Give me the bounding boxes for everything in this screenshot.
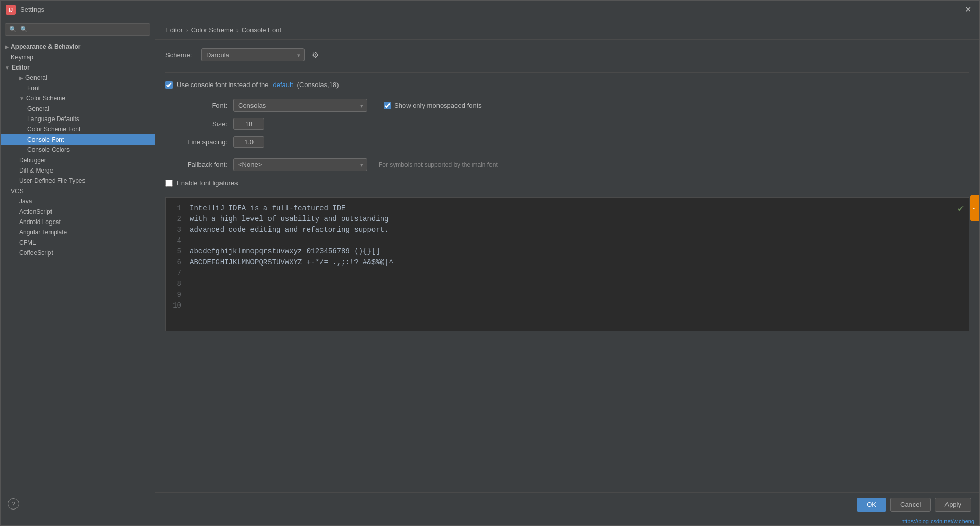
sidebar-item-font[interactable]: Font xyxy=(1,83,155,93)
form-section: Font: Consolas Courier New Monospace Sho… xyxy=(165,99,969,148)
size-input[interactable]: 18 xyxy=(233,118,264,130)
scroll-indicator: ... xyxy=(970,195,979,221)
scheme-select-wrapper: Darcula Default High contrast xyxy=(201,48,305,61)
cancel-button[interactable]: Cancel xyxy=(890,498,931,512)
sidebar-item-general[interactable]: ▶ General xyxy=(1,73,155,83)
line-content: IntelliJ IDEA is a full-featured IDE xyxy=(190,203,345,214)
right-panel: Editor › Color Scheme › Console Font Sch… xyxy=(155,19,979,517)
sidebar-item-coffeescript[interactable]: CoffeeScript xyxy=(1,248,155,258)
sidebar-item-diff-merge[interactable]: Diff & Merge xyxy=(1,165,155,176)
sidebar-item-actionscript[interactable]: ActionScript xyxy=(1,207,155,217)
scheme-label: Scheme: xyxy=(165,51,196,59)
sidebar-item-label: Color Scheme Font xyxy=(27,126,80,133)
use-console-font-checkbox[interactable] xyxy=(165,81,173,89)
ligatures-row: Enable font ligatures xyxy=(165,179,969,187)
search-box: 🔍 xyxy=(5,23,150,36)
arrow-icon: ▶ xyxy=(19,75,23,81)
scheme-select[interactable]: Darcula Default High contrast xyxy=(201,48,305,61)
sidebar-item-label: Language Defaults xyxy=(27,115,79,123)
sidebar-item-color-scheme[interactable]: ▼ Color Scheme xyxy=(1,93,155,104)
sidebar-item-label: ActionScript xyxy=(19,208,52,215)
window-title: Settings xyxy=(20,6,961,13)
preview-line-2: 2 with a high level of usability and out… xyxy=(171,214,964,225)
sidebar-item-label: Appearance & Behavior xyxy=(11,43,80,50)
line-number: 3 xyxy=(171,225,181,235)
scheme-row: Scheme: Darcula Default High contrast ⚙ xyxy=(165,48,969,62)
apply-button[interactable]: Apply xyxy=(935,498,971,512)
preview-area: ✔ 1 IntelliJ IDEA is a full-featured IDE… xyxy=(165,197,969,331)
sidebar-item-label: Console Font xyxy=(27,136,64,143)
sidebar-item-editor[interactable]: ▼ Editor xyxy=(1,62,155,73)
help-button[interactable]: ? xyxy=(8,498,19,510)
fallback-font-select[interactable]: <None> xyxy=(233,158,367,171)
show-mono-label: Show only monospaced fonts xyxy=(394,101,482,109)
ligatures-checkbox[interactable] xyxy=(165,180,173,187)
sidebar-item-debugger[interactable]: Debugger xyxy=(1,155,155,165)
search-input[interactable] xyxy=(20,26,146,33)
sidebar-item-console-font[interactable]: Console Font xyxy=(1,134,155,145)
sidebar-item-vcs[interactable]: VCS xyxy=(1,186,155,196)
sidebar-item-keymap[interactable]: Keymap xyxy=(1,52,155,62)
line-number: 5 xyxy=(171,246,181,257)
sidebar-item-label: General xyxy=(25,74,47,81)
separator xyxy=(165,72,969,73)
size-row: Size: 18 xyxy=(165,118,969,130)
show-mono-checkbox[interactable] xyxy=(384,102,391,109)
sidebar-item-label: Console Colors xyxy=(27,146,70,154)
arrow-icon: ▼ xyxy=(19,96,24,101)
app-icon: IJ xyxy=(6,5,16,15)
preview-line-3: 3 advanced code editing and refactoring … xyxy=(171,225,964,235)
default-link[interactable]: default xyxy=(273,81,293,89)
size-label: Size: xyxy=(165,120,227,128)
show-mono-wrapper: Show only monospaced fonts xyxy=(384,101,482,109)
sidebar-item-user-defined-file-types[interactable]: User-Defined File Types xyxy=(1,176,155,186)
sidebar-item-label: CoffeeScript xyxy=(19,249,53,257)
line-content: ABCDEFGHIJKLMNOPQRSTUVWXYZ +-*/= .,;:!? … xyxy=(190,257,393,268)
arrow-icon: ▶ xyxy=(5,44,9,50)
checkmark-icon: ✔ xyxy=(958,202,964,216)
gear-button[interactable]: ⚙ xyxy=(310,48,321,62)
sidebar-item-cfml[interactable]: CFML xyxy=(1,237,155,248)
status-url: https://blog.csdn.net/w.cheng xyxy=(901,518,974,524)
line-number: 8 xyxy=(171,279,181,290)
font-select[interactable]: Consolas Courier New Monospace xyxy=(233,99,367,112)
sidebar-item-angular-template[interactable]: Angular Template xyxy=(1,227,155,237)
line-number: 6 xyxy=(171,257,181,268)
preview-line-6: 6 ABCDEFGHIJKLMNOPQRSTUVWXYZ +-*/= .,;:!… xyxy=(171,257,964,268)
line-spacing-input[interactable]: 1.0 xyxy=(233,136,264,148)
sidebar-item-language-defaults[interactable]: Language Defaults xyxy=(1,114,155,124)
breadcrumb-editor: Editor xyxy=(165,26,183,34)
preview-line-10: 10 xyxy=(171,300,964,311)
settings-window: IJ Settings ✕ 🔍 ▶ Appearance & Behavior … xyxy=(0,0,980,526)
breadcrumb-console-font: Console Font xyxy=(242,26,281,34)
line-content: abcdefghijklmnopqrstuvwxyz 0123456789 ()… xyxy=(190,246,380,257)
title-bar: IJ Settings ✕ xyxy=(1,1,979,19)
line-content: with a high level of usability and outst… xyxy=(190,214,388,225)
svg-text:...: ... xyxy=(973,207,977,212)
ok-button[interactable]: OK xyxy=(857,498,886,512)
sidebar-item-android-logcat[interactable]: Android Logcat xyxy=(1,217,155,227)
arrow-icon: ▼ xyxy=(5,65,10,71)
sidebar-item-label: Editor xyxy=(12,64,30,71)
line-number: 2 xyxy=(171,214,181,225)
fallback-select-wrapper: <None> xyxy=(233,158,367,171)
preview-line-7: 7 xyxy=(171,268,964,279)
sidebar-item-label: User-Defined File Types xyxy=(19,177,86,184)
preview-line-9: 9 xyxy=(171,290,964,300)
fallback-font-row: Fallback font: <None> For symbols not su… xyxy=(165,158,969,171)
main-content: 🔍 ▶ Appearance & Behavior Keymap ▼ Edito… xyxy=(1,19,979,517)
sidebar-item-general-cs[interactable]: General xyxy=(1,104,155,114)
sidebar-item-appearance-behavior[interactable]: ▶ Appearance & Behavior xyxy=(1,42,155,52)
breadcrumb-sep-2: › xyxy=(236,27,239,33)
sidebar-item-color-scheme-font[interactable]: Color Scheme Font xyxy=(1,124,155,134)
line-number: 1 xyxy=(171,203,181,214)
close-button[interactable]: ✕ xyxy=(961,4,974,15)
sidebar-item-label: CFML xyxy=(19,239,36,246)
sidebar-item-java[interactable]: Java xyxy=(1,196,155,207)
fallback-hint: For symbols not supported by the main fo… xyxy=(379,161,498,168)
sidebar-item-label: Diff & Merge xyxy=(19,167,53,174)
sidebar-item-label: VCS xyxy=(11,188,24,195)
line-number: 9 xyxy=(171,290,181,300)
sidebar-item-label: Angular Template xyxy=(19,229,67,236)
sidebar-item-console-colors[interactable]: Console Colors xyxy=(1,145,155,155)
